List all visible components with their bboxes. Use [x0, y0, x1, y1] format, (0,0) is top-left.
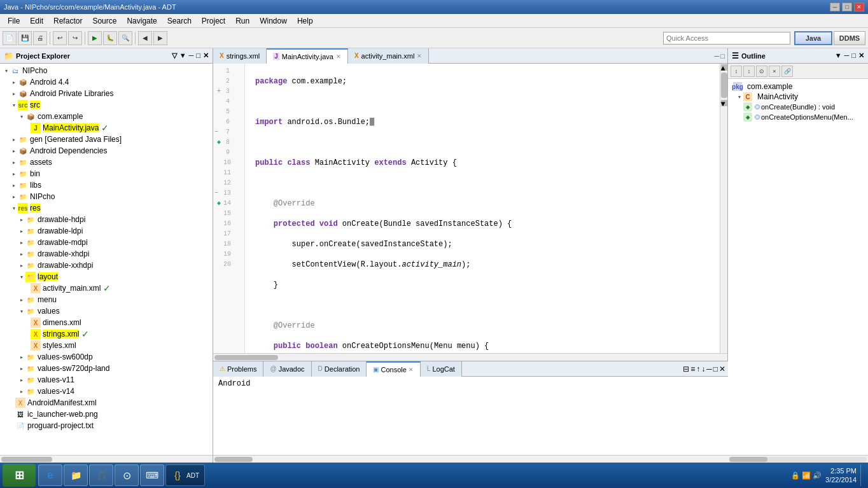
toolbar-print[interactable]: 🖨 [33, 31, 47, 45]
ddms-button[interactable]: DDMS [834, 31, 865, 45]
vscrollbar-thumb[interactable] [721, 73, 727, 98]
taskbar-app-keyboard[interactable]: ⌨ [140, 464, 164, 486]
toolbar-undo[interactable]: ↩ [53, 31, 67, 45]
menu-navigate[interactable]: Navigate [122, 15, 162, 27]
tab-console[interactable]: ▣ Console ✕ [367, 361, 420, 377]
toolbar-run[interactable]: ▶ [88, 31, 102, 45]
menu-refactor[interactable]: Refactor [48, 15, 87, 27]
tab-activity-main-close[interactable]: ✕ [417, 53, 422, 59]
tab-logcat[interactable]: L LogCat [421, 361, 462, 377]
tree-item-res[interactable]: ▾ res res [0, 202, 213, 214]
tree-item-bin[interactable]: ▸ 📁 bin [0, 168, 213, 179]
taskbar-app-brackets[interactable]: {} ADT [165, 464, 205, 486]
menu-file[interactable]: File [3, 15, 25, 27]
console-toolbar-btn-3[interactable]: ↑ [696, 365, 700, 373]
tab-problems[interactable]: ⚠ Problems [213, 361, 263, 377]
console-close-btn[interactable]: ✕ [719, 365, 725, 373]
menu-source[interactable]: Source [87, 15, 122, 27]
tree-item-android44[interactable]: ▸ 📦 Android 4.4 [0, 76, 213, 88]
tree-item-iclauncher[interactable]: 🖼 ic_launcher-web.png [0, 408, 213, 420]
pe-menu-btn[interactable]: ▼ [179, 52, 186, 60]
menu-help[interactable]: Help [292, 15, 318, 27]
outline-filter-btn[interactable]: ⊙ [756, 66, 767, 77]
tree-item-values-v11[interactable]: ▸ 📁 values-v11 [0, 374, 213, 386]
tree-item-assets[interactable]: ▸ 📁 assets [0, 157, 213, 168]
tab-declaration[interactable]: D Declaration [312, 361, 367, 377]
tab-activity-main-xml[interactable]: X activity_main.xml ✕ [348, 48, 429, 64]
console-minimize-btn[interactable]: ─ [706, 365, 712, 373]
java-perspective-button[interactable]: Java [794, 31, 832, 45]
toolbar-search[interactable]: 🔍 [118, 31, 132, 45]
tree-item-nipcho2[interactable]: ▸ 📁 NIPcho [0, 191, 213, 202]
menu-project[interactable]: Project [197, 15, 230, 27]
tree-item-dimens-xml[interactable]: X dimens.xml [0, 317, 213, 328]
tab-mainactivity-java[interactable]: J MainActivity.java ✕ [267, 48, 348, 64]
tree-item-drawable-hdpi[interactable]: ▸ 📁 drawable-hdpi [0, 214, 213, 225]
tree-item-proguard[interactable]: 📄 proguard-project.txt [0, 420, 213, 431]
tree-item-styles-xml[interactable]: X styles.xml [0, 340, 213, 351]
tree-item-com-example[interactable]: ▾ 📦 com.example [0, 111, 213, 122]
outline-item-com-example[interactable]: pkg com.example [728, 81, 868, 92]
scrollbar-thumb[interactable] [1, 457, 52, 462]
pe-collapse-btn[interactable]: ▽ [172, 52, 177, 60]
quick-access-input[interactable] [663, 32, 790, 45]
tab-strings-xml[interactable]: X strings.xml [213, 48, 267, 64]
menu-edit[interactable]: Edit [25, 15, 48, 27]
show-desktop-btn[interactable] [860, 464, 865, 486]
tree-item-src[interactable]: ▾ src src [0, 99, 213, 111]
outline-hide-btn[interactable]: × [769, 66, 780, 77]
outline-hscrollbar[interactable] [728, 455, 868, 463]
tree-item-values-sw720dp-land[interactable]: ▸ 📁 values-sw720dp-land [0, 363, 213, 374]
outline-hscrollbar-thumb[interactable] [729, 457, 767, 462]
title-bar-buttons[interactable]: ─ □ ✕ [830, 3, 864, 11]
taskbar-app-ie[interactable]: e [38, 464, 62, 486]
tree-item-private-libs[interactable]: ▸ 📦 Android Private Libraries [0, 88, 213, 99]
pe-close-btn[interactable]: ✕ [203, 52, 209, 60]
minimize-button[interactable]: ─ [830, 3, 840, 11]
outline-close-btn[interactable]: ✕ [858, 52, 864, 60]
tree-item-values-v14[interactable]: ▸ 📁 values-v14 [0, 386, 213, 397]
tree-item-androidmanifest[interactable]: X AndroidManifest.xml [0, 397, 213, 408]
menu-search[interactable]: Search [162, 15, 197, 27]
toolbar-new[interactable]: 📄 [3, 31, 17, 45]
outline-collapse-btn[interactable]: ↕ [731, 66, 742, 77]
close-button[interactable]: ✕ [854, 3, 864, 11]
console-toolbar-btn-2[interactable]: ≡ [690, 365, 695, 373]
tree-item-drawable-xxhdpi[interactable]: ▸ 📁 drawable-xxhdpi [0, 260, 213, 271]
tree-item-drawable-ldpi[interactable]: ▸ 📁 drawable-ldpi [0, 225, 213, 237]
console-toolbar-btn-1[interactable]: ⊟ [683, 365, 689, 373]
tree-item-strings-xml[interactable]: X strings.xml ✓ [0, 328, 213, 340]
taskbar-app-media[interactable]: 🎵 [89, 464, 113, 486]
outline-link-btn[interactable]: 🔗 [781, 66, 793, 77]
taskbar-app-chrome[interactable]: ⊙ [115, 464, 139, 486]
code-content[interactable]: package com.example; import android.os.B… [245, 64, 720, 353]
menu-window[interactable]: Window [255, 15, 292, 27]
start-button[interactable]: ⊞ [3, 464, 36, 487]
tree-item-gen[interactable]: ▸ 📁 gen [Generated Java Files] [0, 134, 213, 145]
vscrollbar-up[interactable]: ▲ [721, 64, 727, 71]
project-tree-scrollbar-h[interactable] [0, 455, 213, 463]
outline-item-oncreateoptionsmenu[interactable]: ◆ onCreateOptionsMenu(Men... [728, 112, 868, 122]
outline-maximize-btn[interactable]: □ [851, 52, 856, 60]
outline-menu-btn[interactable]: ▼ [835, 52, 842, 60]
tree-item-nipcho[interactable]: ▾ 🗂 NIPcho [0, 65, 213, 76]
code-vscrollbar[interactable]: ▲ ▼ [720, 64, 727, 353]
outline-minimize-btn[interactable]: ─ [844, 52, 850, 60]
tab-console-close[interactable]: ✕ [409, 366, 414, 373]
code-hscrollbar[interactable] [213, 353, 727, 361]
pe-maximize-btn[interactable]: □ [196, 52, 200, 60]
console-hscrollbar-thumb[interactable] [214, 457, 253, 462]
tab-mainactivity-close[interactable]: ✕ [336, 53, 341, 60]
toolbar-back[interactable]: ◀ [138, 31, 152, 45]
menu-run[interactable]: Run [230, 15, 255, 27]
clock[interactable]: 2:35 PM 3/22/2014 [825, 466, 857, 485]
toolbar-forward[interactable]: ▶ [153, 31, 167, 45]
console-toolbar-btn-4[interactable]: ↓ [701, 365, 705, 373]
maximize-button[interactable]: □ [842, 3, 852, 11]
pe-minimize-btn[interactable]: ─ [189, 52, 194, 60]
console-maximize-btn[interactable]: □ [713, 365, 718, 373]
tree-item-mainactivity[interactable]: J MainActivity.java ✓ [0, 122, 213, 134]
tree-item-activity-main-xml[interactable]: X activity_main.xml ✓ [0, 282, 213, 294]
tab-javadoc[interactable]: @ Javadoc [263, 361, 311, 377]
tree-item-drawable-xhdpi[interactable]: ▸ 📁 drawable-xhdpi [0, 248, 213, 260]
